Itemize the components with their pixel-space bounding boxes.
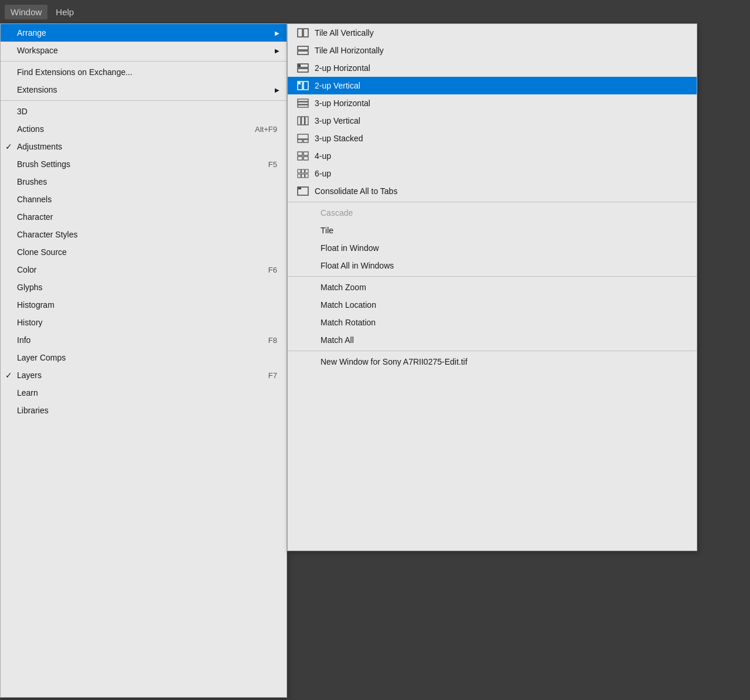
consolidate-icon	[297, 186, 309, 196]
svg-rect-1	[304, 29, 308, 37]
submenu-3up-horizontal[interactable]: 3-up Horizontal	[288, 94, 697, 112]
3up-horizontal-icon	[297, 98, 309, 108]
svg-rect-15	[305, 117, 308, 125]
menu-item-3d[interactable]: 3D	[1, 103, 287, 120]
submenu-3up-vertical[interactable]: 3-up Vertical	[288, 112, 697, 130]
menu-item-glyphs[interactable]: Glyphs	[1, 278, 287, 296]
svg-rect-18	[304, 140, 308, 142]
shortcut-layers: F7	[245, 371, 277, 380]
separator-arrange-2	[288, 276, 697, 277]
svg-rect-16	[298, 134, 308, 139]
tile-vertical-icon	[297, 28, 309, 38]
4up-icon	[297, 151, 309, 161]
check-layers: ✓	[5, 371, 12, 380]
menu-item-extensions[interactable]: Extensions	[1, 81, 287, 98]
shortcut-info: F8	[245, 336, 277, 345]
menu-item-channels[interactable]: Channels	[1, 191, 287, 208]
separator-arrange-3	[288, 351, 697, 351]
svg-rect-28	[305, 174, 308, 178]
svg-rect-21	[298, 157, 302, 160]
svg-rect-27	[302, 174, 305, 178]
submenu-2up-vertical[interactable]: 2-up Vertical	[288, 77, 697, 94]
submenu-match-all[interactable]: Match All	[288, 331, 697, 349]
submenu-tile-all-vertically[interactable]: Tile All Vertically	[288, 24, 697, 42]
svg-rect-17	[298, 140, 302, 142]
svg-rect-9	[298, 82, 301, 84]
menu-item-histogram[interactable]: Histogram	[1, 296, 287, 314]
menu-item-adjustments[interactable]: ✓ Adjustments	[1, 138, 287, 155]
svg-rect-25	[305, 169, 308, 173]
shortcut-brush-settings: F5	[245, 160, 277, 169]
submenu-consolidate-all[interactable]: Consolidate All to Tabs	[288, 182, 697, 200]
menu-item-history[interactable]: History	[1, 314, 287, 331]
menu-item-brushes[interactable]: Brushes	[1, 173, 287, 191]
svg-rect-12	[298, 105, 308, 107]
svg-rect-0	[298, 29, 302, 37]
submenu-2up-horizontal[interactable]: 2-up Horizontal	[288, 59, 697, 77]
svg-rect-2	[298, 46, 308, 50]
svg-rect-14	[302, 117, 305, 125]
svg-rect-19	[298, 152, 302, 155]
menubar-help[interactable]: Help	[50, 5, 80, 19]
submenu-float-in-window[interactable]: Float in Window	[288, 239, 697, 257]
separator-1	[1, 61, 287, 62]
2up-horizontal-icon	[297, 63, 309, 73]
svg-rect-22	[304, 157, 308, 160]
2up-vertical-icon	[297, 81, 309, 90]
svg-rect-13	[298, 117, 301, 125]
svg-rect-24	[302, 169, 305, 173]
check-adjustments: ✓	[5, 142, 12, 151]
menubar: Window Help	[0, 0, 750, 23]
menu-item-clone-source[interactable]: Clone Source	[1, 243, 287, 261]
svg-rect-5	[298, 69, 308, 72]
menu-item-layers[interactable]: ✓ Layers F7	[1, 366, 287, 384]
submenu-match-rotation[interactable]: Match Rotation	[288, 314, 697, 331]
svg-rect-20	[304, 152, 308, 155]
menu-item-arrange[interactable]: Arrange	[1, 24, 287, 42]
submenu-4up[interactable]: 4-up	[288, 147, 697, 165]
menu-item-actions[interactable]: Actions Alt+F9	[1, 120, 287, 138]
submenu-tile[interactable]: Tile	[288, 222, 697, 239]
submenu-new-window[interactable]: New Window for Sony A7RII0275-Edit.tif	[288, 353, 697, 371]
submenu-3up-stacked[interactable]: 3-up Stacked	[288, 130, 697, 147]
submenu-6up[interactable]: 6-up	[288, 165, 697, 182]
shortcut-color: F6	[245, 266, 277, 274]
menu-item-libraries[interactable]: Libraries	[1, 402, 287, 419]
menu-item-workspace[interactable]: Workspace	[1, 42, 287, 59]
submenu-float-all-in-windows[interactable]: Float All in Windows	[288, 257, 697, 274]
separator-arrange-1	[288, 202, 697, 202]
submenu-tile-all-horizontally[interactable]: Tile All Horizontally	[288, 42, 697, 59]
3up-stacked-icon	[297, 134, 309, 143]
menu-item-character-styles[interactable]: Character Styles	[1, 226, 287, 243]
svg-rect-30	[298, 188, 301, 189]
tile-horizontal-icon	[297, 46, 309, 55]
svg-rect-11	[298, 102, 308, 104]
svg-rect-10	[298, 99, 308, 101]
menu-item-learn[interactable]: Learn	[1, 384, 287, 402]
svg-rect-8	[304, 81, 308, 90]
arrange-submenu: Tile All Vertically Tile All Horizontall…	[287, 23, 697, 551]
dropdown-container: Arrange Workspace Find Extensions on Exc…	[0, 23, 287, 698]
window-menu: Arrange Workspace Find Extensions on Exc…	[0, 23, 287, 698]
submenu-match-zoom[interactable]: Match Zoom	[288, 278, 697, 296]
menubar-window[interactable]: Window	[5, 5, 47, 19]
svg-rect-6	[298, 64, 301, 67]
menu-item-brush-settings[interactable]: Brush Settings F5	[1, 155, 287, 173]
menu-item-character[interactable]: Character	[1, 208, 287, 226]
separator-2	[1, 100, 287, 101]
6up-icon	[297, 169, 309, 178]
3up-vertical-icon	[297, 116, 309, 125]
svg-rect-3	[298, 51, 308, 55]
menu-item-layer-comps[interactable]: Layer Comps	[1, 349, 287, 366]
svg-rect-26	[298, 174, 301, 178]
menu-item-color[interactable]: Color F6	[1, 261, 287, 278]
submenu-cascade: Cascade	[288, 204, 697, 222]
menu-item-info[interactable]: Info F8	[1, 331, 287, 349]
submenu-match-location[interactable]: Match Location	[288, 296, 697, 314]
svg-rect-23	[298, 169, 301, 173]
menu-item-find-extensions[interactable]: Find Extensions on Exchange...	[1, 63, 287, 81]
shortcut-actions: Alt+F9	[231, 125, 277, 134]
